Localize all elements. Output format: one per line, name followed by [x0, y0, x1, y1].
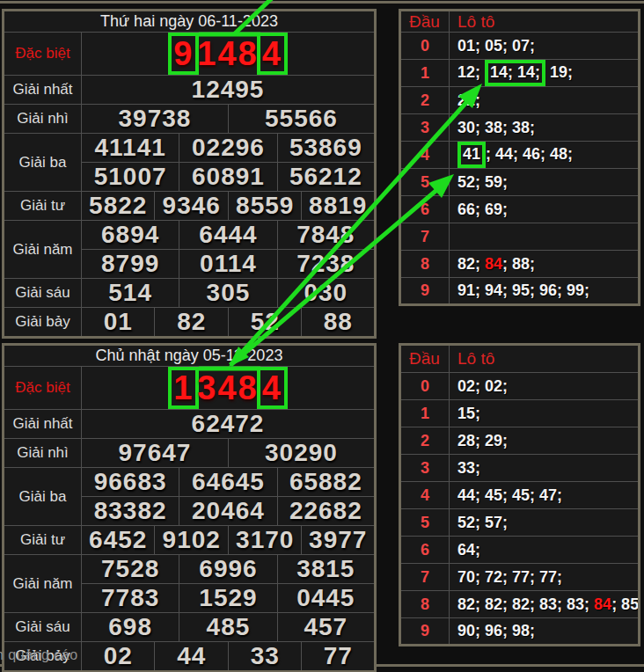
loto-values: 91; 94; 95; 96; 99;: [457, 281, 589, 299]
loto-row: 7: [400, 223, 640, 251]
prize-cell: 8559: [228, 192, 301, 221]
dau-header: Đầu: [400, 11, 450, 33]
prize-cell: 0445: [277, 584, 375, 613]
prize-label: Giải nhì: [4, 105, 82, 134]
prize-cell: 30290: [228, 439, 375, 468]
loto-row: 6 64;: [400, 537, 640, 564]
loto-header: Lô tô: [450, 345, 640, 373]
prize-row-nhi: Giải nhì 39738 55566: [4, 105, 376, 134]
prize-cell: 1529: [179, 584, 277, 613]
prize-cell: 7238: [277, 250, 375, 279]
prize-cell: 3170: [228, 526, 301, 555]
dau-cell: 7: [400, 223, 450, 251]
loto-row: 5 52; 57;: [400, 509, 640, 537]
prize-cell: 7783: [82, 584, 179, 613]
loto-row: 2 28; 29;: [400, 427, 640, 455]
loto-cell: 01; 05; 07;: [450, 33, 640, 60]
dau-cell: 2: [400, 87, 450, 114]
special-digit: 4: [217, 371, 238, 405]
loto-cell: [450, 223, 640, 251]
prize-row-ba: Giải ba 96683 64645 65882: [4, 468, 376, 497]
loto-cell: 82; 82; 82; 83; 83; 84; 85;: [450, 591, 640, 618]
loto-row: 1 15;: [400, 400, 640, 427]
special-number-day1: 91484: [82, 33, 376, 76]
loto-row: 1 12; 14; 14; 19;: [400, 60, 640, 87]
loto-values: 44; 45; 45; 47;: [457, 486, 562, 504]
loto-values: 22;: [457, 91, 480, 109]
prize-cell: 65882: [277, 468, 375, 497]
prize-cell: 96683: [82, 468, 179, 497]
prize-table-day2: Chủ nhật ngày 05-11-2023 Đặc biệt 13484 …: [2, 343, 377, 672]
prize-cell: 5822: [82, 192, 155, 221]
loto-cell: 64;: [450, 537, 640, 564]
dau-cell: 3: [400, 114, 450, 142]
watermark-text: n quảng cáo: [0, 647, 78, 663]
prize-cell: 62472: [82, 410, 376, 439]
prize-cell: 82: [155, 308, 228, 338]
prize-label: Giải nhì: [4, 439, 82, 468]
prize-row-nhi: Giải nhì 97647 30290: [4, 439, 376, 468]
prize-label: Giải tư: [4, 526, 82, 555]
dau-cell: 5: [400, 169, 450, 196]
prize-label: Giải năm: [4, 221, 82, 279]
dau-cell: 0: [400, 33, 450, 60]
prize-cell: 6996: [179, 555, 277, 584]
prize-cell: 60891: [179, 163, 277, 192]
prize-label: Giải sáu: [4, 613, 82, 642]
dau-cell: 4: [400, 142, 450, 169]
prize-cell: 55566: [228, 105, 375, 134]
prize-cell: 56212: [277, 163, 375, 192]
prize-row-sau: Giải sáu 514 305 030: [4, 279, 376, 308]
loto-row: 9 91; 94; 95; 96; 99;: [400, 278, 640, 305]
loto-row: 2 22;: [400, 87, 640, 114]
loto-header-row: Đầu Lô tô: [400, 345, 640, 373]
loto-cell: 52; 57;: [450, 509, 640, 537]
loto-values: ; 88;: [502, 255, 535, 273]
special-digit-highlighted: 9: [168, 33, 199, 75]
loto-cell: 02; 02;: [450, 373, 640, 400]
loto-value-red-84: 84: [485, 255, 502, 273]
prize-row-bay: Giải bảy 01 82 52 88: [4, 308, 376, 338]
prize-label: Giải ba: [4, 134, 82, 192]
dau-cell: 0: [400, 373, 450, 400]
loto-table-day2: Đầu Lô tô 0 02; 02; 1 15; 2 28; 29; 3 33…: [399, 343, 640, 646]
prize-cell: 485: [179, 613, 277, 642]
prize-row-tu: Giải tư 6452 9102 3170 3977: [4, 526, 376, 555]
special-digit: 1: [197, 37, 217, 70]
prize-cell: 02296: [179, 134, 277, 163]
prize-cell: 6452: [82, 526, 155, 555]
prize-table-day1: Thứ hai ngày 06-11-2023 Đặc biệt 91484 G…: [2, 9, 377, 339]
special-prize-label: Đặc biệt: [4, 367, 82, 410]
loto-row: 0 02; 02;: [400, 373, 640, 400]
prize-cell: 6444: [179, 221, 277, 250]
loto-header-row: Đầu Lô tô: [400, 11, 640, 33]
loto-values: 82;: [457, 255, 485, 273]
prize-cell: 0114: [179, 250, 277, 279]
loto-cell: 33;: [450, 455, 640, 482]
loto-values: 15;: [457, 405, 480, 422]
loto-values: 66; 69;: [457, 201, 508, 218]
top-divider-line: [0, 1, 644, 4]
loto-values: 30; 38; 38;: [457, 119, 535, 136]
loto-values: 01; 05; 07;: [457, 37, 535, 55]
prize-cell: 514: [82, 279, 179, 308]
prize-cell: 39738: [82, 105, 229, 134]
prize-cell: 8799: [82, 250, 179, 279]
special-digit-highlighted: 4: [257, 33, 288, 75]
dau-cell: 1: [400, 400, 450, 427]
dau-cell: 3: [400, 455, 450, 482]
dau-cell: 5: [400, 509, 450, 537]
loto-row: 4 44; 45; 45; 47;: [400, 482, 640, 509]
special-digit: 8: [238, 371, 259, 405]
prize-label: Giải nhất: [4, 76, 82, 105]
special-number-day2: 13484: [82, 367, 376, 410]
highlight-box-41: 41: [457, 142, 486, 168]
table-header-row: Chủ nhật ngày 05-11-2023: [4, 345, 376, 367]
loto-cell: 30; 38; 38;: [450, 114, 640, 142]
loto-cell: 44; 45; 45; 47;: [450, 482, 640, 509]
special-digit-highlighted: 4: [257, 367, 288, 409]
prize-cell: 22682: [277, 497, 375, 526]
dau-cell: 9: [400, 618, 450, 646]
prize-cell: 6894: [82, 221, 179, 250]
prize-cell: 8819: [302, 192, 376, 221]
